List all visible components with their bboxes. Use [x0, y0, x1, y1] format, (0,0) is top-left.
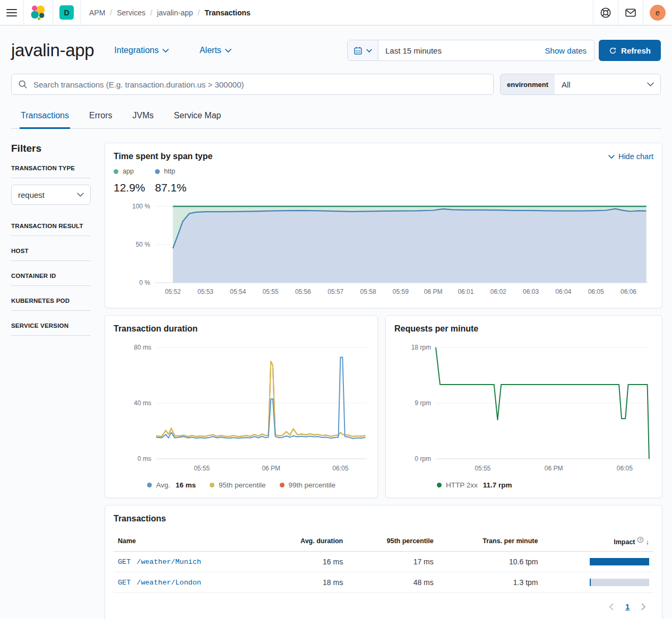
transactions-table: Name Avg. duration 95th percentile Trans…: [114, 531, 653, 593]
svg-text:06 PM: 06 PM: [262, 465, 280, 472]
p95-value: 17 ms: [347, 552, 438, 572]
legend-item-http2xx: HTTP 2xx 11.7 rpm: [437, 481, 512, 489]
menu-button[interactable]: [0, 0, 24, 25]
svg-text:05:53: 05:53: [197, 288, 213, 295]
svg-text:9 rpm: 9 rpm: [415, 399, 431, 407]
help-button[interactable]: [593, 0, 618, 25]
user-avatar[interactable]: e: [650, 5, 666, 21]
impact-cell: [542, 552, 653, 572]
p95-legend-dot: [210, 483, 214, 487]
app-legend-dot: [114, 169, 118, 174]
tab-transactions[interactable]: Transactions: [20, 107, 70, 129]
facet-kubernetes-pod: KUBERNETES POD: [11, 298, 91, 311]
svg-text:06:05: 06:05: [588, 288, 604, 295]
avg-legend-value: 16 ms: [176, 481, 196, 489]
breadcrumb-current: Transactions: [204, 8, 250, 17]
service-header: javalin-app Integrations Alerts: [11, 40, 661, 61]
user-menu[interactable]: e: [643, 0, 672, 25]
tpm-value: 1.3 tpm: [438, 572, 542, 593]
table-row: GET/weather/London 18 ms 48 ms 1.3 tpm: [114, 572, 653, 593]
impact-bar: [590, 558, 649, 565]
tab-jvms[interactable]: JVMs: [132, 107, 155, 129]
transaction-link-munich[interactable]: GET/weather/Munich: [114, 552, 264, 572]
apm-transactions-page: D APM / Services / javalin-app / Transac…: [0, 0, 672, 619]
search-input[interactable]: [32, 80, 487, 90]
breadcrumb-apm[interactable]: APM: [89, 8, 105, 17]
transaction-type-value: request: [18, 190, 45, 199]
page-title: javalin-app: [11, 40, 94, 60]
refresh-icon: [609, 47, 617, 55]
page-number[interactable]: 1: [625, 603, 630, 611]
integrations-label: Integrations: [114, 46, 159, 55]
tab-errors[interactable]: Errors: [88, 107, 114, 129]
transaction-link-london[interactable]: GET/weather/London: [114, 572, 264, 593]
alerts-menu[interactable]: Alerts: [200, 46, 231, 55]
deployment-switcher[interactable]: D: [53, 0, 81, 25]
divider: [11, 178, 91, 178]
newsfeed-button[interactable]: [618, 0, 643, 25]
table-row: GET/weather/Munich 16 ms 17 ms 10.6 tpm: [114, 552, 653, 572]
divider: [11, 335, 91, 336]
environment-label: environment: [501, 74, 555, 94]
col-impact[interactable]: Impact?↓: [542, 531, 653, 552]
col-avg-duration[interactable]: Avg. duration: [264, 531, 347, 552]
breadcrumb-separator: /: [198, 8, 200, 17]
svg-text:05:55: 05:55: [263, 288, 279, 295]
requests-per-minute-panel: Requests per minute 0 rpm9 rpm18 rpm05:5…: [385, 315, 662, 498]
question-circle-icon: ?: [637, 536, 644, 543]
environment-select[interactable]: environment All: [500, 74, 661, 95]
refresh-button[interactable]: Refresh: [599, 40, 661, 61]
span-legend: app http: [114, 168, 653, 175]
svg-text:06 PM: 06 PM: [545, 465, 563, 472]
service-tabs: Transactions Errors JVMs Service Map: [11, 107, 661, 129]
app-legend-label: app: [123, 168, 134, 175]
facet-label: SERVICE VERSION: [11, 322, 91, 329]
date-quick-select-button[interactable]: [348, 40, 378, 60]
svg-text:40 ms: 40 ms: [134, 399, 151, 407]
transaction-duration-chart: 0 ms40 ms80 ms05:5506 PM06:05: [114, 341, 369, 476]
legend-item-95th: 95th percentile: [210, 481, 266, 489]
svg-text:05:56: 05:56: [295, 288, 311, 295]
http2xx-legend-value: 11.7 rpm: [483, 481, 512, 489]
transactions-table-panel: Transactions Name Avg. duration 95th per…: [105, 505, 662, 619]
elastic-logo[interactable]: [24, 0, 53, 25]
transaction-duration-panel: Transaction duration 0 ms40 ms80 ms05:55…: [105, 315, 378, 498]
impact-cell: [542, 572, 653, 593]
col-95th[interactable]: 95th percentile: [347, 531, 438, 552]
avg-legend-label: Avg.: [156, 481, 170, 489]
facet-label: HOST: [11, 248, 91, 254]
breadcrumb-services[interactable]: Services: [117, 8, 145, 17]
legend-item-99th: 99th percentile: [280, 481, 336, 489]
p95-legend-label: 95th percentile: [219, 481, 266, 489]
tab-service-map[interactable]: Service Map: [173, 107, 222, 129]
hide-chart-button[interactable]: Hide chart: [608, 152, 653, 161]
show-dates-button[interactable]: Show dates: [545, 40, 594, 60]
transaction-type-select[interactable]: request: [11, 185, 91, 205]
calendar-icon: [354, 46, 363, 55]
time-range-value[interactable]: Last 15 minutes: [378, 40, 545, 60]
impact-bar-fill: [590, 579, 591, 586]
mail-icon: [625, 7, 636, 19]
svg-text:0 ms: 0 ms: [137, 455, 151, 463]
chevron-down-icon: [162, 49, 169, 53]
rpm-legend: HTTP 2xx 11.7 rpm: [394, 481, 653, 489]
previous-page-button[interactable]: [609, 603, 614, 611]
path-label: /weather/Munich: [136, 558, 201, 566]
divider: [11, 310, 91, 311]
search-icon: [18, 80, 28, 89]
hamburger-icon[interactable]: [6, 9, 17, 16]
svg-text:06:05: 06:05: [617, 465, 633, 472]
next-page-button[interactable]: [641, 603, 646, 611]
p99-legend-label: 99th percentile: [289, 481, 336, 489]
facet-container-id: CONTAINER ID: [11, 273, 91, 286]
integrations-menu[interactable]: Integrations: [114, 46, 169, 55]
legend-item-app: app: [114, 168, 155, 175]
http-legend-dot: [155, 169, 160, 174]
svg-text:18 rpm: 18 rpm: [411, 344, 431, 351]
col-tpm[interactable]: Trans. per minute: [438, 531, 542, 552]
span-percentages: 12.9% 87.1%: [114, 181, 653, 194]
deployment-badge[interactable]: D: [59, 5, 74, 20]
breadcrumb-service[interactable]: javalin-app: [157, 8, 193, 17]
search-row: environment All: [11, 74, 661, 95]
col-name[interactable]: Name: [114, 531, 264, 552]
